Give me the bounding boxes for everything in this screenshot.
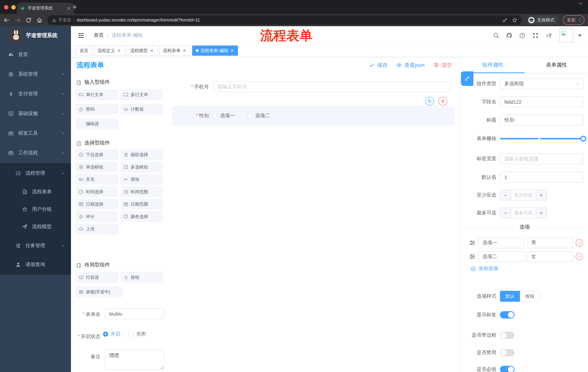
form-grid-slider[interactable] bbox=[500, 138, 583, 139]
min-select-placeholder[interactable]: 至少应选 bbox=[511, 190, 536, 200]
remove-option-button[interactable] bbox=[576, 253, 583, 260]
browser-tab[interactable]: 芋道管理系统 bbox=[17, 2, 74, 14]
palette-item-row-container[interactable]: 行容器 bbox=[76, 272, 118, 283]
option-2-value-input[interactable] bbox=[527, 251, 573, 262]
sidebar-item-leave-query[interactable]: 请假查询 bbox=[0, 255, 71, 274]
component-type-select[interactable]: 多选框组 bbox=[500, 78, 583, 89]
sidebar-item-process-mgmt[interactable]: 流程管理 bbox=[0, 164, 71, 182]
tab-close-icon[interactable] bbox=[66, 6, 71, 11]
palette-item-radio-group[interactable]: 单选框组 bbox=[76, 162, 118, 172]
status-radio-off[interactable]: 关闭 bbox=[128, 331, 146, 337]
field-name-input[interactable] bbox=[500, 96, 583, 107]
gender-checkbox-1[interactable] bbox=[212, 113, 217, 118]
palette-item-rate[interactable]: 评分 bbox=[76, 211, 118, 222]
palette-item-upload[interactable]: 上传 bbox=[76, 223, 118, 234]
tag-close-icon[interactable] bbox=[230, 48, 234, 53]
bookmark-star-icon[interactable] bbox=[512, 17, 517, 23]
view-json-button[interactable]: 查看json bbox=[396, 62, 425, 69]
tab-component-props[interactable]: 组件属性 bbox=[461, 57, 525, 73]
component-delete-button[interactable] bbox=[439, 97, 447, 106]
save-button[interactable]: 保存 bbox=[369, 62, 388, 69]
reload-icon[interactable] bbox=[25, 17, 32, 23]
option-1-value-input[interactable] bbox=[527, 237, 573, 248]
browser-menu-dots-icon[interactable] bbox=[578, 18, 583, 22]
sidebar-item-process-form[interactable]: 流程表单 bbox=[0, 183, 71, 201]
textarea-resize-handle[interactable] bbox=[160, 366, 163, 369]
palette-item-select[interactable]: 下拉选择 bbox=[76, 149, 118, 160]
max-select-placeholder[interactable]: 最多可选 bbox=[511, 208, 536, 218]
avatar-caret-icon[interactable] bbox=[577, 32, 583, 38]
palette-item-single-text[interactable]: 单行文本 bbox=[76, 89, 118, 100]
title-input[interactable] bbox=[500, 115, 583, 126]
palette-item-color-picker[interactable]: 颜色选择 bbox=[120, 211, 163, 222]
option-1-label-input[interactable] bbox=[478, 237, 524, 248]
close-window-button[interactable] bbox=[4, 5, 8, 10]
tab-search-caret-icon[interactable] bbox=[578, 1, 583, 6]
browser-update-button[interactable]: 更新 bbox=[563, 15, 584, 25]
sidebar-item-task-mgmt[interactable]: 任务管理 bbox=[0, 237, 71, 255]
sidebar-item-user-group[interactable]: 用户分组 bbox=[0, 201, 71, 218]
avatar[interactable] bbox=[559, 28, 573, 42]
palette-item-switch[interactable]: 开关 bbox=[76, 174, 118, 185]
forward-icon[interactable] bbox=[15, 17, 21, 23]
style-default-button[interactable]: 默认 bbox=[500, 291, 520, 302]
github-icon[interactable] bbox=[506, 32, 512, 38]
sidebar-item-infra[interactable]: 基础设施 bbox=[0, 105, 71, 123]
add-option-button[interactable]: 添加选项 bbox=[471, 265, 498, 272]
tag-process-form-edit[interactable]: 流程表单-编辑 bbox=[192, 45, 238, 56]
palette-item-counter[interactable]: 123计数器 bbox=[120, 104, 163, 115]
tag-process-form[interactable]: 流程表单 bbox=[159, 45, 190, 56]
status-radio-on[interactable]: 开启 bbox=[103, 331, 120, 337]
tag-close-icon[interactable] bbox=[117, 48, 121, 53]
option-2-label-input[interactable] bbox=[478, 251, 524, 262]
palette-item-slider[interactable]: 滑块 bbox=[120, 174, 163, 185]
new-tab-button[interactable] bbox=[72, 4, 77, 10]
stepper-plus-button[interactable]: + bbox=[536, 208, 546, 218]
drag-handle-icon[interactable] bbox=[469, 253, 476, 260]
required-toggle[interactable] bbox=[500, 366, 514, 372]
breadcrumb-home[interactable]: 首页 bbox=[94, 32, 104, 39]
palette-item-table[interactable]: 表格[开发中] bbox=[76, 287, 123, 298]
drag-handle-icon[interactable] bbox=[469, 240, 476, 246]
slider-handle[interactable] bbox=[580, 136, 586, 142]
palette-item-date-picker[interactable]: 日期选择 bbox=[76, 199, 118, 210]
stepper-minus-button[interactable]: − bbox=[500, 208, 511, 218]
component-copy-button[interactable] bbox=[425, 97, 434, 106]
radio-selected-icon[interactable] bbox=[103, 332, 108, 337]
home-icon[interactable] bbox=[36, 17, 42, 23]
hamburger-icon[interactable] bbox=[77, 32, 84, 39]
form-remark-textarea[interactable]: 嘿嘿 bbox=[105, 350, 164, 370]
sidebar-item-process-model[interactable]: 流程模型 bbox=[0, 218, 71, 235]
show-label-toggle[interactable] bbox=[500, 311, 514, 319]
disabled-toggle[interactable] bbox=[500, 349, 514, 356]
password-key-icon[interactable] bbox=[502, 17, 508, 23]
palette-item-time-range[interactable]: 时间范围 bbox=[120, 186, 163, 197]
security-chip[interactable]: 不安全 bbox=[52, 17, 71, 23]
sidebar-item-system[interactable]: 系统管理 bbox=[0, 65, 71, 83]
tag-home[interactable]: 首页 bbox=[76, 45, 92, 56]
form-canvas[interactable]: *手机号 *性别 bbox=[166, 73, 461, 372]
style-button-button[interactable]: 按钮 bbox=[520, 291, 540, 302]
stepper-minus-button[interactable]: − bbox=[500, 190, 511, 200]
tag-close-icon[interactable] bbox=[149, 48, 154, 53]
selected-component-gender[interactable]: *性别 选项一 选项二 bbox=[172, 106, 455, 126]
palette-item-password[interactable]: 密码 bbox=[76, 104, 118, 115]
border-toggle[interactable] bbox=[500, 332, 514, 339]
fullscreen-icon[interactable] bbox=[532, 32, 538, 38]
sidebar-logo[interactable]: 芋道管理系统 bbox=[0, 26, 57, 44]
form-name-input[interactable] bbox=[105, 308, 164, 319]
sidebar-item-payment[interactable]: ¥ 支付管理 bbox=[0, 85, 71, 103]
palette-item-date-range[interactable]: 日期范围 bbox=[120, 199, 163, 210]
font-size-icon[interactable]: TT bbox=[546, 32, 552, 39]
field-binding-handle[interactable] bbox=[461, 71, 473, 86]
clear-button[interactable]: 清空 bbox=[433, 62, 452, 69]
sidebar-item-workflow[interactable]: 工作流程 bbox=[0, 144, 71, 162]
tag-process-definition[interactable]: 流程定义 bbox=[94, 45, 125, 56]
gender-checkbox-2[interactable] bbox=[247, 113, 252, 118]
tag-process-model[interactable]: 流程模型 bbox=[127, 45, 158, 56]
sidebar-item-home[interactable]: 首页 bbox=[0, 45, 71, 64]
address-bar[interactable]: 不安全 dashboard.yudao.iocoder.cn/bpm/manag… bbox=[47, 15, 522, 25]
palette-item-checkbox-group[interactable]: 多选框组 bbox=[120, 162, 163, 172]
back-icon[interactable] bbox=[4, 17, 10, 23]
palette-item-editor[interactable]: 编辑器 bbox=[76, 118, 118, 129]
